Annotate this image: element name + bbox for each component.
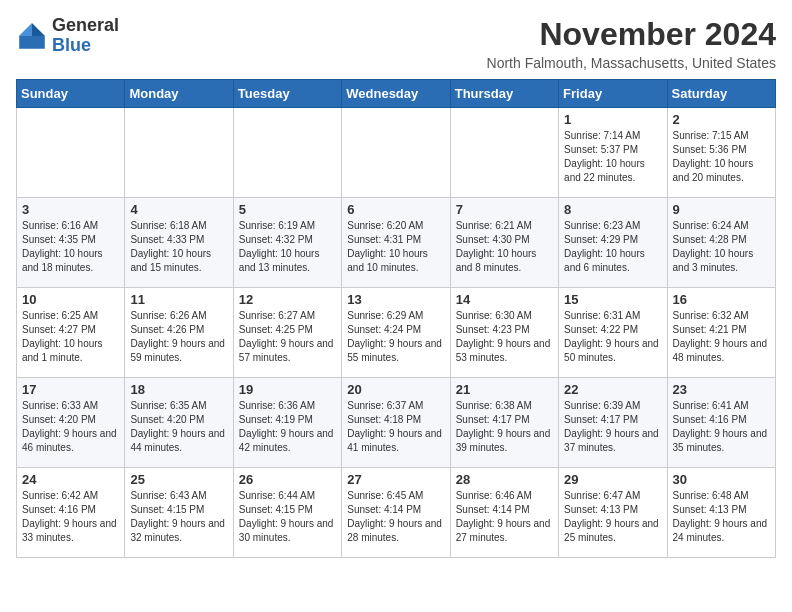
- calendar-day-header: Monday: [125, 80, 233, 108]
- day-info: Sunrise: 6:24 AM Sunset: 4:28 PM Dayligh…: [673, 219, 770, 275]
- calendar-header-row: SundayMondayTuesdayWednesdayThursdayFrid…: [17, 80, 776, 108]
- calendar-cell: 14Sunrise: 6:30 AM Sunset: 4:23 PM Dayli…: [450, 288, 558, 378]
- day-number: 3: [22, 202, 119, 217]
- day-number: 8: [564, 202, 661, 217]
- day-info: Sunrise: 6:44 AM Sunset: 4:15 PM Dayligh…: [239, 489, 336, 545]
- day-number: 25: [130, 472, 227, 487]
- title-area: November 2024 North Falmouth, Massachuse…: [487, 16, 776, 71]
- day-info: Sunrise: 6:33 AM Sunset: 4:20 PM Dayligh…: [22, 399, 119, 455]
- day-number: 9: [673, 202, 770, 217]
- day-number: 2: [673, 112, 770, 127]
- day-number: 14: [456, 292, 553, 307]
- calendar-table: SundayMondayTuesdayWednesdayThursdayFrid…: [16, 79, 776, 558]
- day-info: Sunrise: 6:38 AM Sunset: 4:17 PM Dayligh…: [456, 399, 553, 455]
- day-number: 16: [673, 292, 770, 307]
- day-info: Sunrise: 6:41 AM Sunset: 4:16 PM Dayligh…: [673, 399, 770, 455]
- calendar-cell: 20Sunrise: 6:37 AM Sunset: 4:18 PM Dayli…: [342, 378, 450, 468]
- day-number: 27: [347, 472, 444, 487]
- day-number: 12: [239, 292, 336, 307]
- calendar-cell: 18Sunrise: 6:35 AM Sunset: 4:20 PM Dayli…: [125, 378, 233, 468]
- calendar-cell: 16Sunrise: 6:32 AM Sunset: 4:21 PM Dayli…: [667, 288, 775, 378]
- day-number: 30: [673, 472, 770, 487]
- day-number: 6: [347, 202, 444, 217]
- calendar-cell: 22Sunrise: 6:39 AM Sunset: 4:17 PM Dayli…: [559, 378, 667, 468]
- logo-general-text: General: [52, 15, 119, 35]
- day-info: Sunrise: 6:48 AM Sunset: 4:13 PM Dayligh…: [673, 489, 770, 545]
- day-number: 11: [130, 292, 227, 307]
- day-info: Sunrise: 6:37 AM Sunset: 4:18 PM Dayligh…: [347, 399, 444, 455]
- calendar-cell: 27Sunrise: 6:45 AM Sunset: 4:14 PM Dayli…: [342, 468, 450, 558]
- calendar-cell: 17Sunrise: 6:33 AM Sunset: 4:20 PM Dayli…: [17, 378, 125, 468]
- calendar-cell: 26Sunrise: 6:44 AM Sunset: 4:15 PM Dayli…: [233, 468, 341, 558]
- day-info: Sunrise: 6:26 AM Sunset: 4:26 PM Dayligh…: [130, 309, 227, 365]
- day-number: 19: [239, 382, 336, 397]
- calendar-cell: [233, 108, 341, 198]
- day-info: Sunrise: 6:21 AM Sunset: 4:30 PM Dayligh…: [456, 219, 553, 275]
- logo-icon: [16, 20, 48, 52]
- day-info: Sunrise: 6:30 AM Sunset: 4:23 PM Dayligh…: [456, 309, 553, 365]
- day-number: 7: [456, 202, 553, 217]
- day-number: 22: [564, 382, 661, 397]
- calendar-day-header: Wednesday: [342, 80, 450, 108]
- day-number: 29: [564, 472, 661, 487]
- day-info: Sunrise: 6:39 AM Sunset: 4:17 PM Dayligh…: [564, 399, 661, 455]
- logo-blue-text: Blue: [52, 35, 91, 55]
- day-info: Sunrise: 6:47 AM Sunset: 4:13 PM Dayligh…: [564, 489, 661, 545]
- calendar-cell: 28Sunrise: 6:46 AM Sunset: 4:14 PM Dayli…: [450, 468, 558, 558]
- calendar-cell: [17, 108, 125, 198]
- calendar-cell: 3Sunrise: 6:16 AM Sunset: 4:35 PM Daylig…: [17, 198, 125, 288]
- calendar-cell: 9Sunrise: 6:24 AM Sunset: 4:28 PM Daylig…: [667, 198, 775, 288]
- calendar-cell: 8Sunrise: 6:23 AM Sunset: 4:29 PM Daylig…: [559, 198, 667, 288]
- day-info: Sunrise: 6:36 AM Sunset: 4:19 PM Dayligh…: [239, 399, 336, 455]
- calendar-cell: 11Sunrise: 6:26 AM Sunset: 4:26 PM Dayli…: [125, 288, 233, 378]
- day-number: 13: [347, 292, 444, 307]
- calendar-cell: 2Sunrise: 7:15 AM Sunset: 5:36 PM Daylig…: [667, 108, 775, 198]
- day-number: 10: [22, 292, 119, 307]
- calendar-cell: 5Sunrise: 6:19 AM Sunset: 4:32 PM Daylig…: [233, 198, 341, 288]
- day-info: Sunrise: 6:19 AM Sunset: 4:32 PM Dayligh…: [239, 219, 336, 275]
- day-info: Sunrise: 6:25 AM Sunset: 4:27 PM Dayligh…: [22, 309, 119, 365]
- calendar-cell: [342, 108, 450, 198]
- day-number: 17: [22, 382, 119, 397]
- day-number: 4: [130, 202, 227, 217]
- calendar-cell: 23Sunrise: 6:41 AM Sunset: 4:16 PM Dayli…: [667, 378, 775, 468]
- calendar-cell: 6Sunrise: 6:20 AM Sunset: 4:31 PM Daylig…: [342, 198, 450, 288]
- calendar-cell: [125, 108, 233, 198]
- day-number: 21: [456, 382, 553, 397]
- day-info: Sunrise: 7:15 AM Sunset: 5:36 PM Dayligh…: [673, 129, 770, 185]
- day-number: 26: [239, 472, 336, 487]
- calendar-day-header: Thursday: [450, 80, 558, 108]
- calendar-cell: 21Sunrise: 6:38 AM Sunset: 4:17 PM Dayli…: [450, 378, 558, 468]
- svg-marker-1: [32, 23, 45, 36]
- day-info: Sunrise: 6:32 AM Sunset: 4:21 PM Dayligh…: [673, 309, 770, 365]
- calendar-cell: 7Sunrise: 6:21 AM Sunset: 4:30 PM Daylig…: [450, 198, 558, 288]
- calendar-cell: 13Sunrise: 6:29 AM Sunset: 4:24 PM Dayli…: [342, 288, 450, 378]
- day-info: Sunrise: 6:35 AM Sunset: 4:20 PM Dayligh…: [130, 399, 227, 455]
- location-title: North Falmouth, Massachusetts, United St…: [487, 55, 776, 71]
- day-info: Sunrise: 6:20 AM Sunset: 4:31 PM Dayligh…: [347, 219, 444, 275]
- calendar-cell: 1Sunrise: 7:14 AM Sunset: 5:37 PM Daylig…: [559, 108, 667, 198]
- day-info: Sunrise: 6:16 AM Sunset: 4:35 PM Dayligh…: [22, 219, 119, 275]
- calendar-week-row: 3Sunrise: 6:16 AM Sunset: 4:35 PM Daylig…: [17, 198, 776, 288]
- calendar-week-row: 24Sunrise: 6:42 AM Sunset: 4:16 PM Dayli…: [17, 468, 776, 558]
- calendar-cell: 25Sunrise: 6:43 AM Sunset: 4:15 PM Dayli…: [125, 468, 233, 558]
- calendar-cell: 30Sunrise: 6:48 AM Sunset: 4:13 PM Dayli…: [667, 468, 775, 558]
- calendar-cell: 15Sunrise: 6:31 AM Sunset: 4:22 PM Dayli…: [559, 288, 667, 378]
- day-number: 18: [130, 382, 227, 397]
- day-info: Sunrise: 6:46 AM Sunset: 4:14 PM Dayligh…: [456, 489, 553, 545]
- day-number: 15: [564, 292, 661, 307]
- logo: General Blue: [16, 16, 119, 56]
- day-info: Sunrise: 6:45 AM Sunset: 4:14 PM Dayligh…: [347, 489, 444, 545]
- calendar-cell: 10Sunrise: 6:25 AM Sunset: 4:27 PM Dayli…: [17, 288, 125, 378]
- calendar-cell: 19Sunrise: 6:36 AM Sunset: 4:19 PM Dayli…: [233, 378, 341, 468]
- day-number: 24: [22, 472, 119, 487]
- calendar-cell: 4Sunrise: 6:18 AM Sunset: 4:33 PM Daylig…: [125, 198, 233, 288]
- calendar-week-row: 1Sunrise: 7:14 AM Sunset: 5:37 PM Daylig…: [17, 108, 776, 198]
- calendar-cell: 12Sunrise: 6:27 AM Sunset: 4:25 PM Dayli…: [233, 288, 341, 378]
- day-info: Sunrise: 6:31 AM Sunset: 4:22 PM Dayligh…: [564, 309, 661, 365]
- day-info: Sunrise: 6:18 AM Sunset: 4:33 PM Dayligh…: [130, 219, 227, 275]
- day-number: 28: [456, 472, 553, 487]
- calendar-cell: [450, 108, 558, 198]
- month-title: November 2024: [487, 16, 776, 53]
- day-info: Sunrise: 6:27 AM Sunset: 4:25 PM Dayligh…: [239, 309, 336, 365]
